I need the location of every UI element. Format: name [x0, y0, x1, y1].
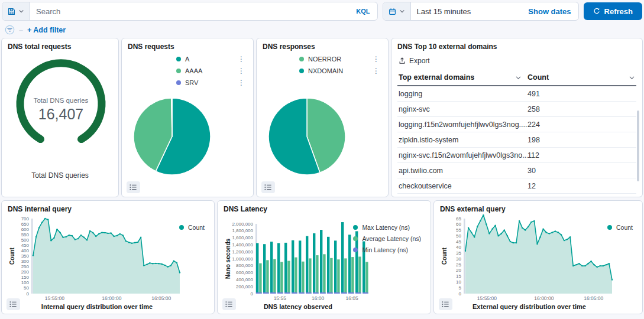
kql-language-button[interactable]: KQL: [349, 8, 377, 15]
y-tick-label: 450: [21, 243, 30, 248]
legend-color-dot: [607, 225, 612, 230]
latency-svg: 0200,000400,000600,000800,0001,000,0001,…: [224, 214, 373, 303]
x-tick-label: 15:55: [274, 295, 287, 301]
data-point: [176, 262, 177, 263]
data-point: [98, 233, 99, 235]
legend-item-average-latency-ns-[interactable]: Average Latency (ns): [353, 235, 421, 242]
legend-item-noerror[interactable]: NOERROR⋮: [299, 56, 381, 63]
y-tick-label: 60: [456, 222, 461, 227]
bar-avg-latency: [316, 255, 318, 294]
refresh-button[interactable]: Refresh: [584, 2, 642, 20]
quick-select-date-button[interactable]: [383, 2, 411, 20]
data-point: [596, 266, 597, 268]
table-scrollbar[interactable]: [637, 110, 639, 181]
legend-item-aaaa[interactable]: AAAA⋮: [176, 67, 246, 74]
legend-item-menu-button[interactable]: ⋮: [237, 80, 246, 86]
data-point: [468, 227, 469, 228]
legend-toggle-button[interactable]: [127, 181, 140, 193]
legend-item-menu-button[interactable]: ⋮: [237, 68, 246, 74]
y-tick-label: 50: [456, 233, 461, 239]
legend-color-dot: [353, 236, 358, 241]
x-tick-label: 16:00: [312, 295, 325, 301]
column-header-domains[interactable]: Top external domains: [399, 73, 528, 82]
chevron-down-icon: [515, 74, 522, 81]
legend-item-label: Count: [616, 224, 633, 231]
legend-item-nxdomain[interactable]: NXDOMAIN⋮: [299, 67, 381, 74]
panel-title: DNS total requests: [8, 43, 112, 51]
legend-toggle-button[interactable]: [222, 298, 236, 310]
y-tick-label: 0: [459, 291, 462, 297]
bar-avg-latency: [358, 256, 361, 294]
export-button[interactable]: Export: [399, 57, 440, 65]
legend-item-max-latency-ns-[interactable]: Max Latency (ns): [353, 224, 410, 231]
y-tick-label: 200,000: [236, 284, 253, 289]
legend-item-menu-button[interactable]: ⋮: [371, 68, 381, 74]
data-point: [483, 214, 484, 216]
time-range-value[interactable]: Last 15 minutes: [411, 7, 522, 16]
bar-max-latency: [270, 242, 273, 294]
y-axis-title: Count: [9, 247, 15, 265]
area-fill: [33, 219, 180, 294]
legend-item-count[interactable]: Count: [607, 224, 633, 231]
show-dates-button[interactable]: Show dates: [521, 7, 578, 16]
bar-max-latency: [327, 237, 329, 294]
legend-item-label: NOERROR: [308, 56, 341, 63]
data-point: [516, 242, 517, 243]
data-point: [587, 263, 588, 264]
search-input[interactable]: [30, 7, 349, 16]
data-point: [549, 233, 550, 234]
bar-max-latency: [292, 240, 294, 294]
x-tick-label: 16:05: [346, 295, 359, 301]
data-point: [80, 235, 82, 236]
legend-item-min-latency-ns-[interactable]: Min Latency (ns): [353, 246, 408, 253]
y-tick-label: 1,800,000: [232, 228, 253, 233]
data-point: [143, 265, 144, 266]
filter-bar: – + Add filter: [0, 21, 644, 38]
panel-title: DNS requests: [128, 43, 247, 51]
x-tick-label: 16:05:00: [151, 295, 171, 301]
legend-item-menu-button[interactable]: ⋮: [371, 56, 381, 62]
y-tick-label: 15: [456, 274, 461, 279]
chevron-down-icon: [629, 74, 635, 81]
legend-color-dot: [176, 69, 181, 73]
legend-item-srv[interactable]: SRV⋮: [176, 79, 246, 86]
panel-dns-internal-query: DNS internal query 050100150200250300350…: [1, 200, 215, 314]
data-point: [47, 219, 48, 220]
saved-query-menu-button[interactable]: [2, 2, 30, 20]
table-row: logging491: [397, 86, 636, 102]
legend: Max Latency (ns)Average Latency (ns)Min …: [353, 224, 421, 253]
legend-item-a[interactable]: A⋮: [176, 56, 246, 63]
legend-item-count[interactable]: Count: [179, 224, 205, 231]
data-point: [110, 232, 111, 233]
data-point: [567, 239, 568, 240]
data-point: [146, 263, 147, 265]
chart-area: 05101520253035404550556065Count15:55:001…: [440, 214, 636, 303]
data-point: [569, 236, 571, 237]
y-tick-label: 0: [251, 291, 254, 297]
legend-toggle-button[interactable]: [7, 298, 20, 310]
table-row: checkoutservice12: [397, 178, 636, 194]
legend-item-menu-button[interactable]: ⋮: [237, 56, 246, 62]
cell-domain: logging: [399, 90, 528, 98]
data-point: [497, 235, 499, 236]
column-header-count[interactable]: Count: [528, 73, 635, 82]
top-domains-table: Top external domains Count logging491ngi…: [397, 70, 636, 194]
data-point: [593, 264, 594, 265]
data-point: [504, 229, 505, 230]
legend-item-label: Average Latency (ns): [362, 235, 421, 242]
table-row: zipkin.istio-system198: [397, 132, 636, 148]
data-point: [507, 235, 508, 236]
legend-color-dot: [299, 69, 304, 73]
x-tick-label: 16:00:00: [534, 295, 554, 301]
filter-icon[interactable]: [5, 25, 15, 35]
data-point: [33, 255, 34, 256]
add-filter-button[interactable]: + Add filter: [27, 26, 66, 34]
legend: NOERROR⋮NXDOMAIN⋮: [299, 56, 381, 74]
export-icon: [399, 57, 406, 64]
legend-color-dot: [179, 225, 184, 230]
data-point: [75, 239, 76, 240]
data-point: [164, 265, 165, 266]
bar-min-latency: [363, 292, 368, 294]
legend-toggle-button[interactable]: [439, 298, 452, 310]
legend-toggle-button[interactable]: [261, 181, 275, 193]
